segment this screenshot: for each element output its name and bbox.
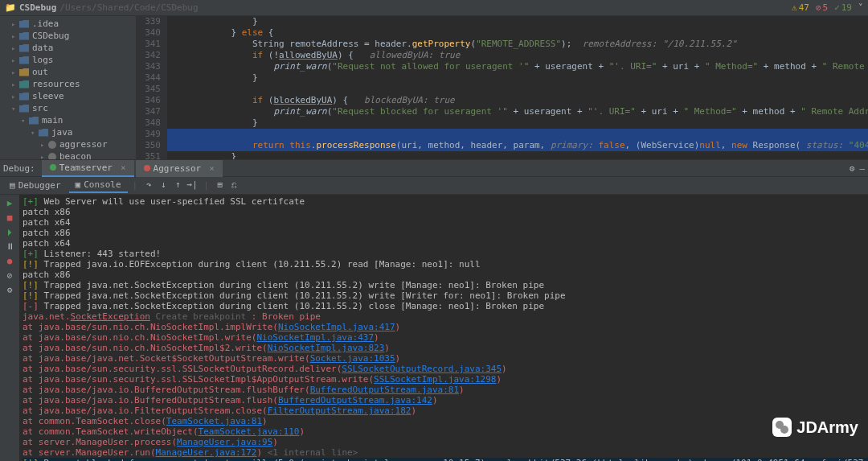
tree-item-beacon[interactable]: ▸beacon <box>0 150 136 159</box>
terminal-icon: ▣ <box>76 179 81 190</box>
rerun-icon[interactable]: ▶ <box>4 198 15 209</box>
tree-label: beacon <box>59 151 92 159</box>
expand-arrow-icon[interactable]: ▸ <box>40 153 48 160</box>
expand-arrow-icon[interactable]: ▸ <box>11 44 19 52</box>
expand-arrow-icon[interactable]: ▸ <box>40 141 48 149</box>
folder-icon <box>19 68 29 76</box>
console-line: patch x86 <box>23 228 865 238</box>
debug-tab-teamserver[interactable]: Teamserver× <box>42 160 134 177</box>
line-gutter: 339340341342343344345346347348349350351 <box>137 16 167 159</box>
run-config-icon <box>144 165 150 171</box>
trace-icon[interactable]: ⎌ <box>228 179 241 192</box>
expand-arrow-icon[interactable]: ▸ <box>11 68 19 76</box>
tree-item-resources[interactable]: ▸resources <box>0 78 136 90</box>
debug-label: Debug: <box>3 163 35 174</box>
tree-item-CSDebug[interactable]: ▸CSDebug <box>0 30 136 42</box>
settings-icon[interactable]: ⚙ <box>4 285 15 296</box>
tree-item-logs[interactable]: ▸logs <box>0 54 136 66</box>
errors-count[interactable]: ⊘ 5 <box>816 2 828 13</box>
console-line: [-] Trapped java.net.SocketException dur… <box>23 301 865 311</box>
code-area[interactable]: } } else { String remoteAddress = header… <box>167 16 868 159</box>
expand-arrow-icon[interactable]: ▾ <box>11 105 19 113</box>
expand-arrow-icon[interactable]: ▸ <box>11 56 19 64</box>
folder-icon <box>19 56 29 64</box>
folder-icon <box>19 44 29 52</box>
breadcrumb[interactable]: 📁 CSDebug /Users/Shared/Code/CSDebug <box>5 2 199 13</box>
console-line: patch x64 <box>23 217 865 228</box>
run-to-cursor-icon[interactable]: →| <box>186 179 199 192</box>
console-line: at java.base/sun.security.ssl.SSLSocketO… <box>23 364 865 374</box>
resume-icon[interactable]: ⏵ <box>4 227 15 238</box>
console-line: [!] Trapped java.net.SocketException dur… <box>23 290 865 301</box>
tree-label: sleeve <box>32 91 64 101</box>
tree-item-aggressor[interactable]: ▸aggressor <box>0 138 136 150</box>
folder-icon <box>19 32 29 40</box>
console-line: at server.ManageUser.run(ManageUser.java… <box>23 447 865 458</box>
step-into-icon[interactable]: ↓ <box>157 179 170 192</box>
ok-count[interactable]: ✓ 19 <box>834 2 852 13</box>
folder-icon <box>19 80 29 88</box>
console-line: at server.ManageUser.process(ManageUser.… <box>23 437 865 447</box>
expand-arrow-icon[interactable]: ▾ <box>31 129 39 137</box>
breadcrumb-path: /Users/Shared/Code/CSDebug <box>59 2 198 13</box>
tree-item-src[interactable]: ▾src <box>0 102 136 114</box>
inspection-stats: ⚠ 47 ⊘ 5 ✓ 19 ˅ <box>792 2 863 13</box>
close-icon[interactable]: × <box>209 163 215 174</box>
run-config-icon <box>50 164 56 171</box>
tree-item-main[interactable]: ▾main <box>0 114 136 126</box>
console-line: at java.base/sun.nio.ch.NioSocketImpl.wr… <box>23 332 865 343</box>
gear-icon[interactable]: ⚙ <box>850 163 855 174</box>
console-line: at java.base/sun.nio.ch.NioSocketImpl$2.… <box>23 343 865 353</box>
tree-item-.idea[interactable]: ▸.idea <box>0 18 136 30</box>
expand-arrow-icon[interactable]: ▸ <box>11 20 19 28</box>
tree-label: CSDebug <box>32 31 69 41</box>
debug-controls: ▶ ■ ⏵ ⏸ ● ⊘ ⚙ <box>0 195 19 461</box>
console-line: [+] Listener: 443 started! <box>23 249 865 259</box>
pause-icon[interactable]: ⏸ <box>4 241 15 253</box>
console-line: at java.base/java.io.FilterOutputStream.… <box>23 405 865 416</box>
mute-breakpoints-icon[interactable]: ⊘ <box>4 270 15 282</box>
console-line: at java.base/java.io.BufferedOutputStrea… <box>23 395 865 405</box>
stop-icon[interactable]: ■ <box>4 212 15 224</box>
tree-item-data[interactable]: ▸data <box>0 42 136 54</box>
breadcrumb-bar: 📁 CSDebug /Users/Shared/Code/CSDebug ⚠ 4… <box>0 0 868 16</box>
console-output[interactable]: [+] Web Server will use user-specified S… <box>19 195 868 461</box>
tree-label: out <box>32 67 48 77</box>
warnings-count[interactable]: ⚠ 47 <box>792 2 809 13</box>
expand-arrow-icon[interactable]: ▸ <box>11 80 19 88</box>
layers-icon: ▤ <box>10 180 15 191</box>
project-name: CSDebug <box>19 2 56 13</box>
tree-label: logs <box>32 55 54 65</box>
expand-arrow-icon[interactable]: ▾ <box>21 117 29 125</box>
expand-arrow-icon[interactable]: ▸ <box>11 93 19 101</box>
tree-item-out[interactable]: ▸out <box>0 66 136 78</box>
tree-item-sleeve[interactable]: ▸sleeve <box>0 90 136 102</box>
console-line: [!] Trapped java.io.EOFException during … <box>23 259 865 270</box>
tree-label: resources <box>32 79 80 89</box>
close-icon[interactable]: × <box>121 163 126 173</box>
package-icon <box>48 141 56 149</box>
console-line: patch x64 <box>23 238 865 249</box>
minimize-icon[interactable]: — <box>859 163 865 174</box>
step-out-icon[interactable]: ↑ <box>171 179 184 192</box>
tab-debugger[interactable]: ▤ Debugger <box>3 179 68 192</box>
tree-label: data <box>32 43 54 53</box>
package-icon <box>48 153 56 160</box>
code-editor[interactable]: 339340341342343344345346347348349350351 … <box>137 16 868 159</box>
expand-arrow-icon[interactable]: ▸ <box>11 32 19 40</box>
console-line: at java.base/java.net.Socket$SocketOutpu… <box>23 353 865 364</box>
console-line: at common.TeamSocket.close(TeamSocket.ja… <box>23 416 865 426</box>
step-over-icon[interactable]: ↷ <box>142 179 155 192</box>
folder-icon <box>19 20 29 28</box>
folder-icon <box>39 129 48 137</box>
project-tree[interactable]: ▸.idea▸CSDebug▸data▸logs▸out▸resources▸s… <box>0 16 137 159</box>
view-breakpoints-icon[interactable]: ● <box>4 256 15 267</box>
tree-item-java[interactable]: ▾java <box>0 126 136 138</box>
debugger-toolbar: ▤ Debugger ▣ Console | ↷ ↓ ↑ →| | ⊞ ⎌ <box>0 177 868 195</box>
debug-tab-aggressor[interactable]: Aggressor× <box>136 160 223 177</box>
folder-icon: 📁 <box>5 2 16 13</box>
tab-console[interactable]: ▣ Console <box>69 178 128 193</box>
console-line: [!] Request blocked for useragent 'wget … <box>23 458 865 461</box>
chevron-down-icon[interactable]: ˅ <box>858 2 863 13</box>
evaluate-icon[interactable]: ⊞ <box>214 179 227 192</box>
